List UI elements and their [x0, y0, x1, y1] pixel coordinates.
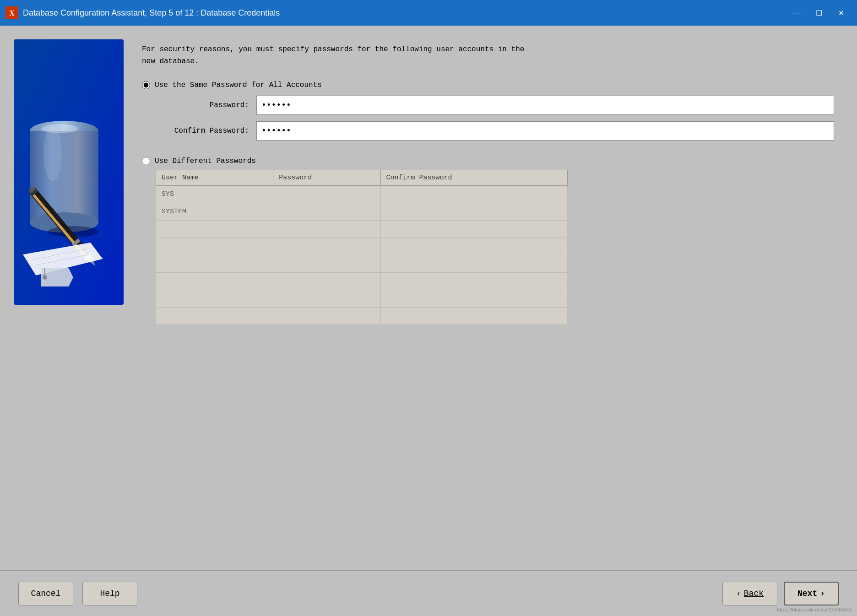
bottom-right-buttons: ‹ Back Next ›	[722, 582, 839, 605]
back-chevron-icon: ‹	[736, 589, 741, 598]
illustration	[14, 39, 124, 305]
svg-point-7	[41, 124, 78, 133]
different-passwords-table-section: User Name Password Confirm Password SYS	[156, 170, 834, 325]
password-row: Password:	[156, 96, 834, 115]
maximize-button[interactable]: ☐	[808, 5, 830, 21]
back-button[interactable]: ‹ Back	[722, 582, 777, 605]
passwords-table: User Name Password Confirm Password SYS	[156, 170, 568, 325]
bottom-bar: Cancel Help ‹ Back Next ›	[0, 570, 857, 616]
svg-point-6	[43, 126, 62, 181]
svg-text:X: X	[9, 9, 15, 17]
different-passwords-radio[interactable]	[142, 157, 150, 165]
col-password: Password	[273, 170, 380, 186]
confirm-password-row: Confirm Password:	[156, 121, 834, 140]
different-passwords-label: Use Different Passwords	[155, 157, 256, 165]
main-content: For security reasons, you must specify p…	[0, 26, 857, 570]
svg-point-21	[43, 275, 47, 280]
window-title: Database Configuration Assistant, Step 5…	[23, 8, 786, 18]
table-row	[156, 273, 568, 290]
sys-username: SYS	[156, 186, 273, 203]
window-controls: — ☐ ✕	[786, 5, 852, 21]
different-passwords-radio-label[interactable]: Use Different Passwords	[142, 157, 834, 165]
sys-confirm[interactable]	[380, 186, 567, 203]
system-password[interactable]	[273, 203, 380, 221]
right-panel: For security reasons, you must specify p…	[133, 26, 857, 570]
same-password-section: Use the Same Password for All Accounts P…	[142, 81, 834, 150]
table-row: SYS	[156, 186, 568, 203]
table-row	[156, 255, 568, 273]
table-row: SYSTEM	[156, 203, 568, 221]
next-chevron-icon: ›	[820, 589, 825, 598]
same-password-radio[interactable]	[142, 81, 150, 89]
table-header-row: User Name Password Confirm Password	[156, 170, 568, 186]
svg-rect-4	[30, 131, 98, 222]
bottom-left-buttons: Cancel Help	[18, 582, 722, 605]
next-label: Next	[797, 589, 817, 598]
close-button[interactable]: ✕	[830, 5, 852, 21]
same-password-fields: Password: Confirm Password:	[156, 96, 834, 140]
password-input[interactable]	[256, 96, 834, 115]
confirm-password-label: Confirm Password:	[156, 127, 256, 135]
table-row	[156, 238, 568, 255]
col-username: User Name	[156, 170, 273, 186]
minimize-button[interactable]: —	[786, 5, 808, 21]
left-panel	[0, 26, 133, 570]
same-password-radio-label[interactable]: Use the Same Password for All Accounts	[142, 81, 834, 89]
col-confirm: Confirm Password	[380, 170, 567, 186]
cancel-button[interactable]: Cancel	[18, 582, 73, 605]
table-row	[156, 308, 568, 325]
help-button[interactable]: Help	[82, 582, 137, 605]
system-confirm[interactable]	[380, 203, 567, 221]
description: For security reasons, you must specify p…	[142, 44, 834, 67]
table-row	[156, 221, 568, 238]
different-passwords-section: Use Different Passwords User Name Passwo…	[142, 157, 834, 325]
app-icon: X	[5, 6, 18, 19]
watermark: https://blog.csdn.net/u014346633	[777, 607, 852, 612]
sys-password[interactable]	[273, 186, 380, 203]
next-button[interactable]: Next ›	[784, 582, 839, 605]
description-line2: new database.	[142, 57, 199, 65]
description-line1: For security reasons, you must specify p…	[142, 45, 524, 54]
back-label: Back	[744, 589, 764, 598]
confirm-password-input[interactable]	[256, 121, 834, 140]
same-password-label: Use the Same Password for All Accounts	[155, 81, 322, 89]
password-label: Password:	[156, 101, 256, 109]
system-username: SYSTEM	[156, 203, 273, 221]
table-row	[156, 290, 568, 308]
title-bar: X Database Configuration Assistant, Step…	[0, 0, 857, 26]
